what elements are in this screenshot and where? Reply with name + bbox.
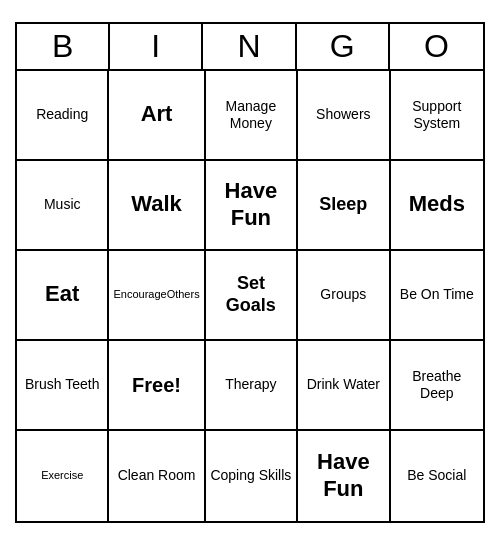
cell-4-2-free: Free!	[109, 341, 205, 431]
cell-3-2: EncourageOthers	[109, 251, 205, 341]
header-i: I	[110, 24, 203, 69]
cell-2-5: Meds	[391, 161, 483, 251]
cell-3-1: Eat	[17, 251, 109, 341]
header-b: B	[17, 24, 110, 69]
cell-2-1: Music	[17, 161, 109, 251]
header-n: N	[203, 24, 296, 69]
cell-5-1: Exercise	[17, 431, 109, 521]
cell-1-4: Showers	[298, 71, 390, 161]
cell-1-5: Support System	[391, 71, 483, 161]
cell-5-3: Coping Skills	[206, 431, 298, 521]
cell-4-1: Brush Teeth	[17, 341, 109, 431]
cell-4-4: Drink Water	[298, 341, 390, 431]
cell-1-3: Manage Money	[206, 71, 298, 161]
header-o: O	[390, 24, 483, 69]
header-g: G	[297, 24, 390, 69]
cell-5-2: Clean Room	[109, 431, 205, 521]
cell-1-2: Art	[109, 71, 205, 161]
cell-2-4: Sleep	[298, 161, 390, 251]
cell-3-4: Groups	[298, 251, 390, 341]
cell-4-3: Therapy	[206, 341, 298, 431]
cell-3-3: Set Goals	[206, 251, 298, 341]
cell-1-1: Reading	[17, 71, 109, 161]
bingo-header: B I N G O	[17, 24, 483, 71]
cell-2-2: Walk	[109, 161, 205, 251]
cell-2-3: Have Fun	[206, 161, 298, 251]
cell-3-5: Be On Time	[391, 251, 483, 341]
cell-5-5: Be Social	[391, 431, 483, 521]
cell-4-5: Breathe Deep	[391, 341, 483, 431]
bingo-grid: Reading Art Manage Money Showers Support…	[17, 71, 483, 521]
cell-5-4: Have Fun	[298, 431, 390, 521]
bingo-card: B I N G O Reading Art Manage Money Showe…	[15, 22, 485, 523]
